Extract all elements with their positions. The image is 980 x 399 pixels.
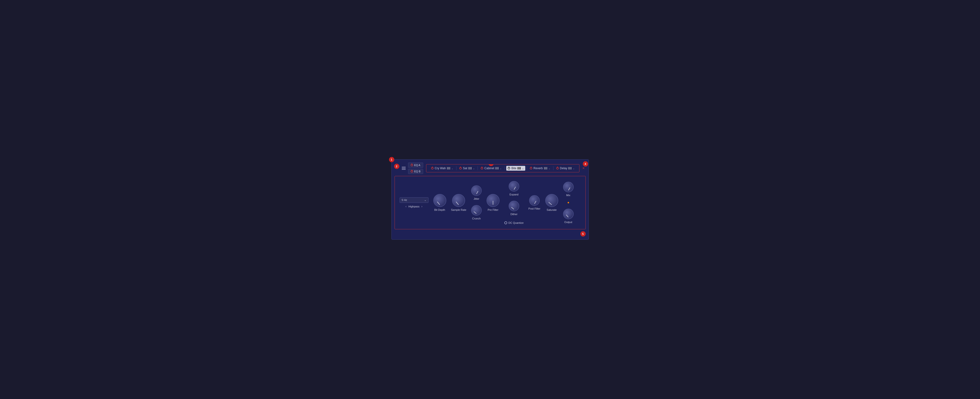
plugin-window: 1 2 EQ A EQ B 3 bbox=[391, 159, 589, 240]
effect-sat[interactable]: Sat ⌄ bbox=[458, 166, 476, 171]
output-knob[interactable] bbox=[563, 209, 574, 219]
eq-a-power-icon bbox=[411, 164, 413, 166]
effect-cry-wah[interactable]: Cry Wah ⌄ bbox=[430, 166, 455, 171]
divider-2 bbox=[477, 166, 478, 170]
chevron-down-icon: ⌄ bbox=[424, 198, 426, 202]
dc-quantize-radio[interactable] bbox=[504, 222, 507, 224]
divider-3 bbox=[504, 166, 505, 170]
mix-group: Mix bbox=[563, 182, 574, 196]
badge-5: 5 bbox=[581, 231, 586, 236]
mix-knob[interactable] bbox=[563, 182, 574, 192]
jitter-group: Jitter bbox=[471, 185, 482, 200]
delay-chevron: ⌄ bbox=[573, 167, 574, 170]
eq-b-button[interactable]: EQ B bbox=[408, 169, 423, 174]
divider-4 bbox=[527, 166, 527, 170]
expand-group: Expand bbox=[509, 181, 519, 196]
dither-group: Dither bbox=[509, 201, 519, 215]
reverb-bars bbox=[544, 167, 547, 169]
sample-rate-group: Sample Rate bbox=[451, 194, 466, 211]
effect-reverb[interactable]: Reverb ⌄ bbox=[528, 166, 552, 171]
main-panel: 5 Hz ⌄ ‹ Highpass › Bit Depth Sample Rat… bbox=[395, 176, 586, 229]
cabinet-power bbox=[481, 167, 483, 169]
reverb-chevron: ⌄ bbox=[548, 167, 550, 170]
reverb-power bbox=[530, 167, 532, 169]
post-filter-group: Post Filter bbox=[528, 195, 541, 210]
divider-5 bbox=[553, 166, 554, 170]
dither-knob[interactable] bbox=[509, 201, 519, 211]
expand-knob[interactable] bbox=[509, 181, 519, 192]
dc-quantize-control[interactable]: DC Quantize bbox=[504, 222, 523, 224]
bit-depth-group: Bit Depth bbox=[433, 194, 446, 211]
pre-filter-knob[interactable] bbox=[487, 194, 500, 207]
crunch-group: Crunch bbox=[471, 205, 482, 220]
effect-cabinet[interactable]: Cabinet ⌄ bbox=[479, 166, 503, 171]
filter-prev-button[interactable]: ‹ bbox=[406, 205, 407, 208]
expand-dither-col: Expand Dither DC Quantize bbox=[504, 181, 523, 224]
sat-bars bbox=[468, 167, 472, 169]
badge-2: 2 bbox=[394, 164, 399, 169]
cry-wah-power bbox=[431, 167, 434, 169]
eq-buttons-group: EQ A EQ B bbox=[408, 163, 423, 174]
pre-filter-group: Pre Filter bbox=[487, 194, 500, 211]
effects-chain: 3 Cry Wah ⌄ Sat ⌄ bbox=[426, 164, 579, 173]
eq-b-power-icon bbox=[411, 170, 413, 173]
post-filter-knob[interactable] bbox=[529, 195, 540, 206]
bite-chevron: ⌄ bbox=[522, 167, 524, 170]
filter-next-button[interactable]: › bbox=[421, 205, 422, 208]
panel-content: 5 Hz ⌄ ‹ Highpass › Bit Depth Sample Rat… bbox=[399, 181, 581, 224]
sample-rate-knob[interactable] bbox=[452, 194, 465, 207]
sat-chevron: ⌄ bbox=[473, 167, 475, 170]
cry-wah-chevron: ⌄ bbox=[451, 167, 453, 170]
top-bar: 2 EQ A EQ B 3 Cry Wah bbox=[395, 163, 586, 174]
delay-bars bbox=[568, 167, 571, 169]
divider-1 bbox=[456, 166, 457, 170]
bit-depth-knob[interactable] bbox=[433, 194, 446, 207]
bite-power bbox=[508, 167, 510, 169]
badge-1: 1 bbox=[389, 157, 394, 162]
eq-a-button[interactable]: EQ A bbox=[408, 163, 423, 168]
sat-power bbox=[459, 167, 462, 169]
saturate-knob[interactable] bbox=[545, 194, 558, 207]
jitter-crunch-col: Jitter Crunch bbox=[471, 185, 482, 220]
saturate-group: Saturate bbox=[545, 194, 558, 211]
effect-delay[interactable]: Delay ⌄ bbox=[555, 166, 576, 171]
cabinet-bars bbox=[495, 167, 498, 169]
filter-nav: ‹ Highpass › bbox=[399, 205, 428, 208]
badge-4: 4 bbox=[583, 161, 588, 166]
cabinet-chevron: ⌄ bbox=[500, 167, 502, 170]
cry-wah-bars bbox=[447, 167, 450, 169]
delay-power bbox=[556, 167, 559, 169]
crunch-knob[interactable] bbox=[471, 205, 482, 215]
freq-select[interactable]: 5 Hz ⌄ bbox=[399, 197, 428, 203]
menu-icon[interactable] bbox=[402, 167, 406, 170]
output-group: Output bbox=[563, 209, 574, 223]
effect-bite[interactable]: Bite ⌄ bbox=[506, 166, 525, 171]
indicator-dot bbox=[568, 202, 569, 203]
left-controls: 5 Hz ⌄ ‹ Highpass › bbox=[399, 197, 428, 208]
bite-bars bbox=[517, 167, 521, 169]
jitter-knob[interactable] bbox=[471, 185, 482, 196]
mix-output-col: Mix Output bbox=[563, 182, 574, 223]
